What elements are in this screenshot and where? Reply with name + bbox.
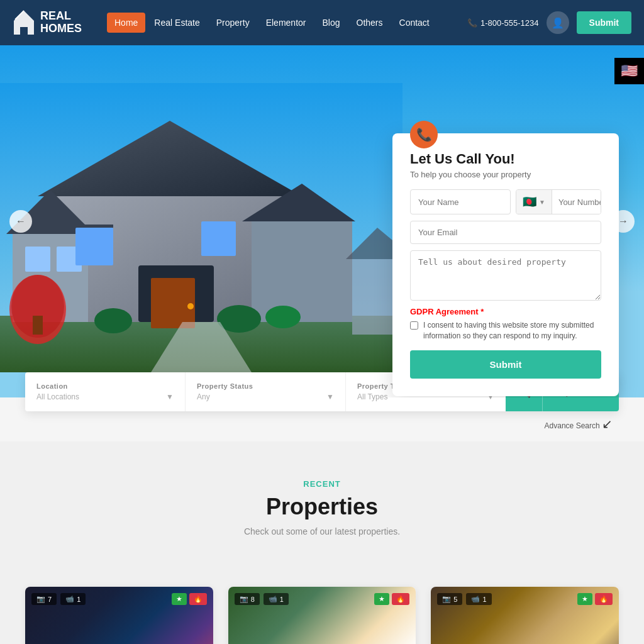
property-badges-2: ★ 🔥 bbox=[374, 593, 409, 605]
logo[interactable]: REAL HOMES bbox=[13, 9, 88, 36]
email-input[interactable] bbox=[410, 221, 601, 244]
status-label: Property Status bbox=[197, 382, 334, 390]
svg-rect-11 bbox=[75, 228, 113, 265]
call-form-title: Let Us Call You! bbox=[410, 151, 601, 167]
gdpr-checkbox[interactable] bbox=[410, 321, 418, 330]
svg-rect-14 bbox=[151, 278, 195, 328]
svg-rect-9 bbox=[25, 247, 50, 272]
nav-contact[interactable]: Contact bbox=[392, 13, 437, 33]
property-image-2: 📷 8 📹 1 ★ 🔥 Nathan James bbox=[228, 587, 416, 644]
call-form-subtitle: To help you choose your property bbox=[410, 170, 601, 179]
video-count-1: 📹 1 bbox=[60, 593, 86, 605]
nav-real-estate[interactable]: Real Estate bbox=[147, 13, 207, 33]
nav-links: Home Real Estate Property Elementor Blog… bbox=[107, 13, 467, 33]
property-card-2[interactable]: 📷 8 📹 1 ★ 🔥 Nathan James bbox=[228, 587, 416, 644]
camera-icon: 📷 bbox=[36, 595, 45, 603]
hot-badge-3: 🔥 bbox=[595, 593, 613, 605]
image-count-1: 📷 7 bbox=[31, 593, 57, 605]
property-image-3: 📷 5 📹 1 ★ 🔥 Nathan James bbox=[431, 587, 619, 644]
recent-section: Recent Properties Check out some of our … bbox=[0, 441, 644, 587]
advance-arrow: ↙ bbox=[602, 417, 613, 431]
name-input[interactable] bbox=[410, 189, 511, 214]
recent-tag: Recent bbox=[25, 479, 619, 489]
property-status-field[interactable]: Property Status Any ▼ bbox=[186, 372, 346, 411]
location-chevron: ▼ bbox=[166, 392, 174, 401]
gdpr-section: GDPR Agreement * I consent to having thi… bbox=[410, 307, 601, 341]
user-icon: 👤 bbox=[552, 17, 564, 29]
recent-title: Properties bbox=[25, 494, 619, 520]
nav-property[interactable]: Property bbox=[209, 13, 257, 33]
properties-grid: 📷 7 📹 1 ★ 🔥 Melissa William bbox=[0, 587, 644, 644]
property-stats-2: 📷 8 📹 1 bbox=[235, 593, 289, 605]
nav-right: 📞 1-800-555-1234 👤 Submit bbox=[467, 11, 631, 34]
form-message-row bbox=[410, 250, 601, 301]
phone-input[interactable] bbox=[552, 190, 601, 214]
svg-rect-18 bbox=[33, 316, 43, 335]
video-count-3: 📹 1 bbox=[466, 593, 491, 605]
hot-badge-1: 🔥 bbox=[189, 593, 207, 605]
form-name-row: 🇧🇩 ▼ bbox=[410, 189, 601, 214]
location-label: Location bbox=[36, 382, 174, 390]
video-icon: 📹 bbox=[65, 595, 74, 603]
svg-rect-13 bbox=[201, 221, 236, 256]
nav-home[interactable]: Home bbox=[107, 13, 145, 33]
property-stats-1: 📷 7 📹 1 bbox=[31, 593, 86, 605]
status-value[interactable]: Any ▼ bbox=[197, 392, 334, 401]
recent-subtitle: Check out some of our latest properties. bbox=[25, 526, 619, 536]
property-badges-3: ★ 🔥 bbox=[577, 593, 613, 605]
nav-submit-button[interactable]: Submit bbox=[577, 11, 631, 34]
location-value[interactable]: All Locations ▼ bbox=[36, 392, 174, 401]
property-card-3[interactable]: 📷 5 📹 1 ★ 🔥 Nathan James bbox=[431, 587, 619, 644]
svg-rect-12 bbox=[69, 225, 113, 228]
camera-icon-2: 📷 bbox=[240, 595, 248, 603]
gdpr-text: I consent to having this website store m… bbox=[423, 320, 601, 341]
gdpr-label: GDPR Agreement * bbox=[410, 307, 601, 316]
message-textarea[interactable] bbox=[410, 250, 601, 301]
form-email-row bbox=[410, 221, 601, 244]
featured-badge-2: ★ bbox=[374, 593, 389, 605]
video-icon-3: 📹 bbox=[471, 595, 480, 603]
call-icon: 📞 bbox=[410, 121, 438, 148]
location-field[interactable]: Location All Locations ▼ bbox=[25, 372, 186, 411]
phone-number: 📞 1-800-555-1234 bbox=[467, 18, 539, 28]
video-icon-2: 📹 bbox=[269, 595, 277, 603]
phone-icon: 📞 bbox=[467, 18, 477, 28]
property-badges-1: ★ 🔥 bbox=[172, 593, 207, 605]
status-chevron: ▼ bbox=[326, 392, 334, 401]
user-account-button[interactable]: 👤 bbox=[547, 11, 569, 34]
nav-others[interactable]: Others bbox=[349, 13, 391, 33]
call-form-submit-button[interactable]: Submit bbox=[410, 350, 601, 379]
svg-rect-6 bbox=[252, 221, 352, 322]
image-count-2: 📷 8 bbox=[235, 593, 260, 605]
video-count-2: 📹 1 bbox=[264, 593, 289, 605]
hot-badge-2: 🔥 bbox=[392, 593, 409, 605]
phone-group: 🇧🇩 ▼ bbox=[516, 189, 601, 214]
image-count-3: 📷 5 bbox=[437, 593, 462, 605]
hero-section: ← → 🇺🇸 📞 Let Us Call You! To help you ch… bbox=[0, 45, 644, 397]
svg-point-21 bbox=[265, 306, 301, 328]
country-code-selector[interactable]: 🇧🇩 ▼ bbox=[516, 190, 552, 214]
property-image-1: 📷 7 📹 1 ★ 🔥 Melissa William bbox=[25, 587, 213, 644]
advance-search-link[interactable]: Advance Search ↙ bbox=[0, 411, 644, 431]
featured-badge-3: ★ bbox=[577, 593, 592, 605]
camera-icon-3: 📷 bbox=[442, 595, 451, 603]
navbar: REAL HOMES Home Real Estate Property Ele… bbox=[0, 0, 644, 45]
property-stats-3: 📷 5 📹 1 bbox=[437, 593, 491, 605]
property-card-1[interactable]: 📷 7 📹 1 ★ 🔥 Melissa William bbox=[25, 587, 213, 644]
svg-point-15 bbox=[187, 303, 194, 309]
hero-prev-button[interactable]: ← bbox=[9, 210, 32, 233]
gdpr-row: I consent to having this website store m… bbox=[410, 320, 601, 341]
call-form-card: 📞 Let Us Call You! To help you choose yo… bbox=[392, 133, 619, 396]
language-flag-widget[interactable]: 🇺🇸 bbox=[614, 58, 644, 84]
featured-badge-1: ★ bbox=[172, 593, 187, 605]
nav-elementor[interactable]: Elementor bbox=[258, 13, 314, 33]
nav-blog[interactable]: Blog bbox=[314, 13, 347, 33]
svg-point-19 bbox=[94, 308, 132, 333]
